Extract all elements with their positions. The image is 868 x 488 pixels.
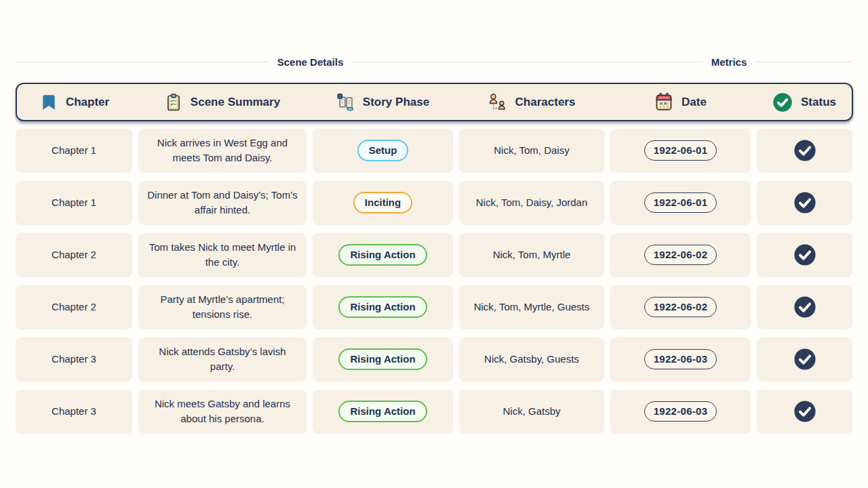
summary-cell: Tom takes Nick to meet Myrtle in the cit… xyxy=(138,233,307,277)
phase-cell: Rising Action xyxy=(313,390,453,433)
characters-cell: Nick, Gatsby xyxy=(459,390,604,433)
characters-cell: Nick, Tom, Daisy, Jordan xyxy=(459,181,604,224)
chapter-cell: Chapter 1 xyxy=(16,181,132,224)
chapter-cell: Chapter 3 xyxy=(16,390,132,433)
status-check-icon xyxy=(793,400,816,423)
status-cell xyxy=(757,390,852,433)
check-circle-icon xyxy=(772,92,793,113)
scene-details-label: Scene Details xyxy=(277,56,344,68)
chapter-cell: Chapter 1 xyxy=(16,129,132,172)
table-row: Chapter 2 Party at Myrtle’s apartment; t… xyxy=(16,285,853,329)
svg-text:××: ×× xyxy=(659,100,667,106)
table-header: Chapter Scene Summary xyxy=(16,83,853,121)
phase-cell: Setup xyxy=(313,129,453,172)
table-row: Chapter 3 Nick meets Gatsby and learns a… xyxy=(16,390,853,433)
bookmark-icon xyxy=(40,94,58,111)
status-check-icon xyxy=(793,191,816,214)
divider-line xyxy=(605,62,703,62)
phase-badge: Setup xyxy=(357,140,409,161)
section-scene-details: Scene Details xyxy=(16,56,605,68)
status-check-icon xyxy=(793,348,816,371)
section-dividers: Scene Details Metrics xyxy=(16,56,853,68)
phase-badge: Rising Action xyxy=(338,348,427,370)
column-header-date: ×× Date xyxy=(610,93,751,112)
phase-badge: Rising Action xyxy=(338,296,427,318)
storyboard-icon xyxy=(336,93,355,111)
scene-table-page: Scene Details Metrics Chapter xyxy=(0,0,868,488)
phase-badge: Inciting xyxy=(353,192,412,214)
summary-cell: Nick attends Gatsby’s lavish party. xyxy=(138,338,307,381)
date-cell: 1922-06-01 xyxy=(610,129,751,172)
date-cell: 1922-06-02 xyxy=(610,285,751,329)
summary-cell: Nick arrives in West Egg and meets Tom a… xyxy=(138,129,307,172)
phase-badge: Rising Action xyxy=(338,244,427,266)
summary-cell: Party at Myrtle’s apartment; tensions ri… xyxy=(138,285,307,329)
table-row: Chapter 2 Tom takes Nick to meet Myrtle … xyxy=(16,233,853,277)
phase-cell: Rising Action xyxy=(313,338,453,381)
column-header-label: Status xyxy=(801,96,836,109)
column-header-label: Story Phase xyxy=(363,96,429,109)
status-cell xyxy=(757,181,852,224)
status-check-icon xyxy=(793,243,816,266)
characters-cell: Nick, Tom, Daisy xyxy=(459,129,604,172)
phase-cell: Rising Action xyxy=(313,285,453,329)
summary-cell: Dinner at Tom and Daisy’s; Tom’s affair … xyxy=(138,181,307,224)
date-badge: 1922-06-02 xyxy=(644,245,717,265)
date-badge: 1922-06-01 xyxy=(644,192,717,213)
status-cell xyxy=(757,129,852,172)
characters-icon xyxy=(488,93,507,112)
phase-cell: Rising Action xyxy=(313,233,453,277)
status-cell xyxy=(757,338,852,381)
status-cell xyxy=(757,285,852,329)
table-body: Chapter 1 Nick arrives in West Egg and m… xyxy=(16,129,853,442)
date-badge: 1922-06-03 xyxy=(644,349,717,369)
divider-line xyxy=(16,62,269,62)
column-header-label: Characters xyxy=(515,96,576,109)
date-cell: 1922-06-03 xyxy=(610,338,751,381)
characters-cell: Nick, Tom, Myrtle, Guests xyxy=(459,285,604,329)
column-header-phase: Story Phase xyxy=(313,93,453,111)
chapter-cell: Chapter 2 xyxy=(16,233,132,277)
summary-cell: Nick meets Gatsby and learns about his p… xyxy=(138,390,307,433)
characters-cell: Nick, Gatsby, Guests xyxy=(459,338,604,381)
date-cell: 1922-06-03 xyxy=(610,390,751,433)
column-header-status: Status xyxy=(757,92,852,113)
calendar-icon: ×× xyxy=(654,93,673,112)
status-cell xyxy=(757,233,852,277)
column-header-summary: Scene Summary xyxy=(138,94,307,111)
chapter-cell: Chapter 2 xyxy=(16,285,132,329)
divider-line xyxy=(351,62,605,62)
status-check-icon xyxy=(793,296,816,319)
clipboard-icon xyxy=(165,94,182,111)
column-header-chapter: Chapter xyxy=(17,94,132,111)
characters-cell: Nick, Tom, Myrtle xyxy=(459,233,604,277)
chapter-cell: Chapter 3 xyxy=(16,338,132,381)
date-badge: 1922-06-01 xyxy=(644,140,717,161)
table-row: Chapter 1 Dinner at Tom and Daisy’s; Tom… xyxy=(16,181,853,224)
table-row: Chapter 1 Nick arrives in West Egg and m… xyxy=(16,129,853,172)
metrics-label: Metrics xyxy=(711,56,747,68)
column-header-label: Date xyxy=(682,96,707,109)
status-check-icon xyxy=(793,139,816,162)
date-badge: 1922-06-02 xyxy=(644,297,717,317)
column-header-label: Chapter xyxy=(66,96,109,109)
phase-badge: Rising Action xyxy=(338,401,427,422)
divider-line xyxy=(755,62,853,62)
table-row: Chapter 3 Nick attends Gatsby’s lavish p… xyxy=(16,338,853,381)
date-badge: 1922-06-03 xyxy=(644,401,717,422)
date-cell: 1922-06-02 xyxy=(610,233,751,277)
column-header-characters: Characters xyxy=(459,93,604,112)
column-header-label: Scene Summary xyxy=(191,96,280,109)
phase-cell: Inciting xyxy=(313,181,453,224)
date-cell: 1922-06-01 xyxy=(610,181,751,224)
section-metrics: Metrics xyxy=(605,56,853,68)
